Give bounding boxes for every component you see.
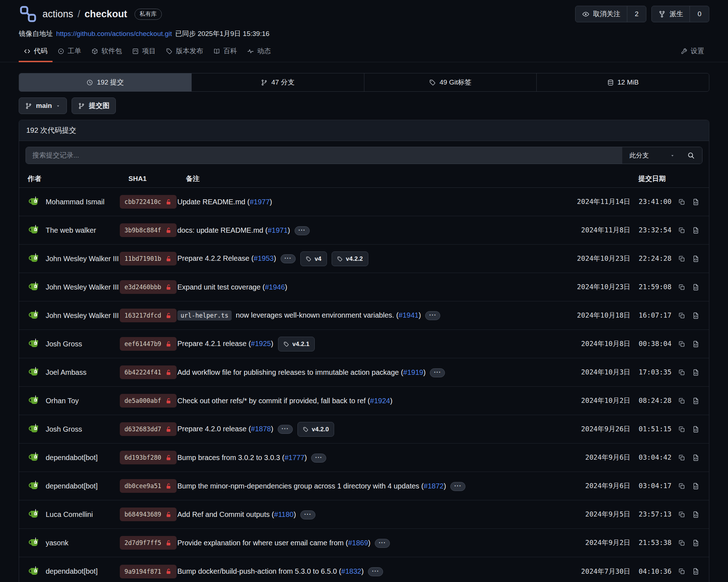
browse-source-button[interactable] (692, 227, 700, 234)
browse-source-button[interactable] (692, 426, 700, 433)
pr-link[interactable]: #1869 (348, 539, 368, 547)
fork-count[interactable]: 0 (690, 6, 709, 22)
browse-source-button[interactable] (692, 454, 700, 461)
pr-link[interactable]: #1971 (268, 226, 288, 234)
pr-link[interactable]: #1925 (251, 340, 271, 347)
branch-selector[interactable]: main (19, 97, 67, 114)
tab-packages[interactable]: 软件包 (86, 42, 127, 62)
browse-source-button[interactable] (692, 312, 700, 319)
expand-commit-message-button[interactable]: ··· (300, 510, 315, 519)
expand-commit-message-button[interactable]: ··· (425, 311, 440, 320)
avatar[interactable] (28, 366, 40, 378)
pr-link[interactable]: #1953 (254, 254, 274, 262)
avatar[interactable] (28, 480, 40, 492)
org-link[interactable]: actions (42, 9, 73, 20)
commit-sha-link[interactable]: d632683dd7 (120, 422, 177, 436)
stat-commits[interactable]: 192 提交 (19, 73, 191, 91)
avatar[interactable] (28, 537, 40, 549)
pr-link[interactable]: #1977 (250, 198, 270, 206)
watch-count[interactable]: 2 (627, 6, 646, 22)
search-button[interactable] (680, 147, 702, 164)
copy-sha-button[interactable] (678, 227, 686, 234)
commit-sha-link[interactable]: 163217dfcd (120, 309, 177, 322)
expand-commit-message-button[interactable]: ··· (311, 454, 326, 463)
avatar[interactable] (28, 508, 40, 520)
pr-link[interactable]: #1777 (285, 454, 305, 461)
avatar[interactable] (28, 451, 40, 464)
copy-sha-button[interactable] (678, 198, 686, 206)
pr-link[interactable]: #1946 (265, 283, 285, 291)
expand-commit-message-button[interactable]: ··· (278, 425, 293, 434)
copy-sha-button[interactable] (678, 454, 686, 461)
org-avatar[interactable] (19, 5, 37, 23)
copy-sha-button[interactable] (678, 369, 686, 376)
unwatch-button[interactable]: 取消关注 2 (575, 6, 647, 22)
commit-sha-link[interactable]: e3d2460bbb (120, 280, 177, 294)
commit-sha-link[interactable]: b684943689 (120, 508, 177, 521)
browse-source-button[interactable] (692, 255, 700, 263)
pr-link[interactable]: #1872 (424, 482, 444, 490)
expand-commit-message-button[interactable]: ··· (281, 254, 296, 263)
fork-button[interactable]: 派生 0 (651, 6, 709, 22)
copy-sha-button[interactable] (678, 255, 686, 263)
copy-sha-button[interactable] (678, 568, 686, 575)
browse-source-button[interactable] (692, 369, 700, 376)
browse-source-button[interactable] (692, 283, 700, 291)
avatar[interactable] (28, 253, 40, 265)
tab-wiki[interactable]: 百科 (208, 42, 242, 62)
browse-source-button[interactable] (692, 482, 700, 490)
tag-chip-v4.2.0[interactable]: v4.2.0 (297, 422, 334, 437)
browse-source-button[interactable] (692, 539, 700, 547)
avatar[interactable] (28, 309, 40, 322)
commit-sha-link[interactable]: 6b42224f41 (120, 365, 177, 379)
pr-link[interactable]: #1180 (274, 510, 294, 518)
tag-chip-v4.2.2[interactable]: v4.2.2 (332, 251, 368, 266)
pr-link[interactable]: #1924 (370, 397, 390, 405)
commit-sha-link[interactable]: 2d7d9f7ff5 (120, 536, 177, 550)
avatar[interactable] (28, 224, 40, 236)
avatar[interactable] (28, 196, 40, 208)
commit-sha-link[interactable]: 9a9194f871 (120, 565, 177, 578)
pr-link[interactable]: #1941 (399, 311, 419, 319)
copy-sha-button[interactable] (678, 539, 686, 547)
copy-sha-button[interactable] (678, 426, 686, 433)
expand-commit-message-button[interactable]: ··· (450, 482, 465, 491)
commit-sha-link[interactable]: eef61447b9 (120, 337, 177, 351)
stat-branches[interactable]: 47 分支 (191, 73, 364, 91)
commit-sha-link[interactable]: 11bd71901b (120, 252, 177, 265)
pr-link[interactable]: #1832 (341, 567, 361, 575)
tab-releases[interactable]: 版本发布 (161, 42, 208, 62)
browse-source-button[interactable] (692, 568, 700, 575)
tab-activity[interactable]: 动态 (242, 42, 276, 62)
copy-sha-button[interactable] (678, 283, 686, 291)
expand-commit-message-button[interactable]: ··· (368, 567, 383, 576)
avatar[interactable] (28, 565, 40, 578)
avatar[interactable] (28, 281, 40, 293)
commit-sha-link[interactable]: de5a000abf (120, 394, 177, 408)
browse-source-button[interactable] (692, 397, 700, 405)
commit-sha-link[interactable]: 3b9b8c884f (120, 223, 177, 237)
avatar[interactable] (28, 338, 40, 350)
expand-commit-message-button[interactable]: ··· (375, 539, 390, 548)
tab-issues[interactable]: 工单 (53, 42, 86, 62)
copy-sha-button[interactable] (678, 397, 686, 405)
tag-chip-v4.2.1[interactable]: v4.2.1 (278, 337, 315, 351)
mirror-url-link[interactable]: https://github.com/actions/checkout.git (56, 30, 172, 38)
browse-source-button[interactable] (692, 340, 700, 348)
tab-settings[interactable]: 设置 (675, 42, 709, 62)
browse-source-button[interactable] (692, 198, 700, 206)
copy-sha-button[interactable] (678, 340, 686, 348)
stat-tags[interactable]: 49 Git标签 (364, 73, 537, 91)
commit-graph-button[interactable]: 提交图 (72, 97, 116, 114)
tag-chip-v4[interactable]: v4 (300, 251, 327, 266)
repo-link[interactable]: checkout (85, 9, 127, 20)
commit-sha-link[interactable]: cbb722410c (120, 195, 177, 209)
tab-projects[interactable]: 项目 (127, 42, 161, 62)
copy-sha-button[interactable] (678, 511, 686, 518)
avatar[interactable] (28, 395, 40, 407)
commit-search-input[interactable] (26, 147, 622, 164)
avatar[interactable] (28, 423, 40, 435)
branch-filter-dropdown[interactable]: 此分支 (622, 147, 680, 164)
commit-sha-link[interactable]: 6d193bf280 (120, 451, 177, 464)
expand-commit-message-button[interactable]: ··· (430, 368, 445, 377)
